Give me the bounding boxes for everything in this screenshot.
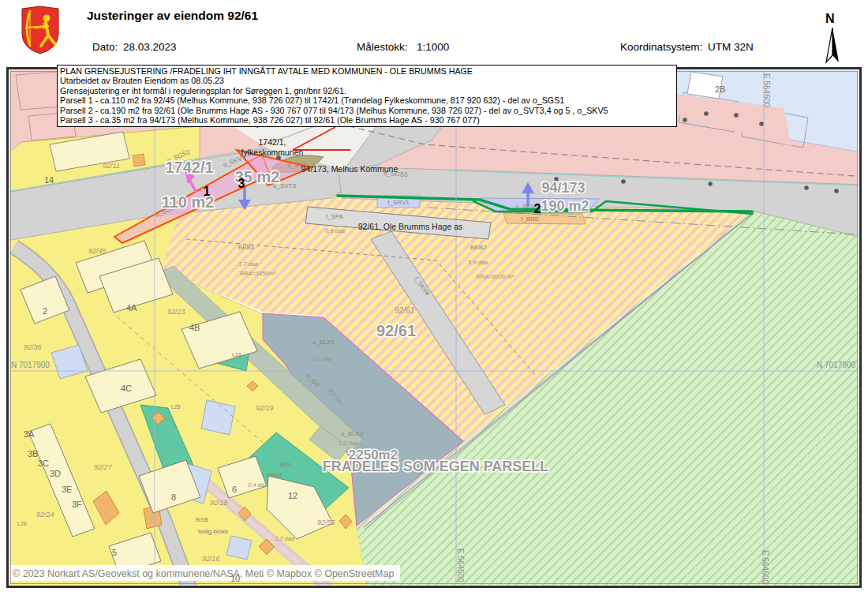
map-label: 92/61, Ole Brumms Hage as <box>358 222 462 231</box>
info-line: Grensejustering er iht formål i reguleri… <box>60 86 674 95</box>
map-label: 94/173, Melhus Kommune <box>301 164 398 174</box>
grid-label: N 7017900 <box>817 361 855 369</box>
map-label: 92/19 <box>256 404 274 412</box>
map: 92/111492/45292/364A92/234B4CL2592/193A3… <box>6 67 862 588</box>
north-arrow-icon <box>821 26 844 66</box>
map-label: f_BRE <box>521 215 539 223</box>
map-label: 2 <box>43 306 47 316</box>
info-line: PLAN GRENSEJUSTERING /FRADELING IHT INNG… <box>60 66 674 76</box>
page-title: Justeringer av eiendom 92/61 <box>87 9 258 23</box>
map-area-label: 1742/1 <box>165 159 213 176</box>
map-label: L24 <box>232 352 241 358</box>
scale-value: 1:1000 <box>417 41 449 53</box>
date-value: 28.03.2023 <box>123 41 177 53</box>
map-area-label: 94/173 <box>541 180 585 196</box>
map-label: 92/23 <box>167 308 185 316</box>
map-label: 5 <box>112 548 117 557</box>
map-label: 92/24 <box>36 511 54 519</box>
map-label: o_BLK1 <box>312 339 335 346</box>
map-label: 5,9 daa <box>468 259 488 266</box>
info-line: Parsell 1 - ca.110 m2 fra 92/45 (Melhus … <box>60 95 674 105</box>
map-label: 4B <box>189 323 200 332</box>
coordsystem-label: Koordinatsystem: <box>620 41 702 53</box>
north-label: N <box>825 12 835 26</box>
map-label: 92/27 <box>94 463 113 471</box>
map-label: 1,7 daa <box>238 260 258 268</box>
map-label: BKB2 <box>470 244 487 251</box>
map-label: 6 <box>232 485 237 494</box>
area-f-bre <box>503 213 586 224</box>
small-parcel-orange <box>133 154 145 167</box>
map-label: 2,3 daa <box>274 535 294 542</box>
map-label: 3B <box>28 449 38 459</box>
municipality-logo <box>20 4 61 56</box>
map-label: lekepl <box>267 472 282 478</box>
map-label: 8 <box>171 492 176 502</box>
map-label: 92/18 <box>210 499 228 507</box>
map-label: BKB1 <box>238 244 255 251</box>
info-line: Parsell 3 - ca.35 m2 fra 94/173 (Melhus … <box>60 115 674 125</box>
page: { "header": { "title": "Justeringer av e… <box>0 0 868 599</box>
info-line: Utarbeidet av Brauten Eiendom as 08.05.2… <box>60 76 674 85</box>
map-label: BRA=1850m² <box>240 270 276 277</box>
map-area-label: FRADELES SOM EGEN PARSELL <box>323 459 549 474</box>
map-label: 0,6 daa <box>325 227 345 234</box>
map-label: fylkeskommunen <box>241 148 304 157</box>
map-area-label: 92/61 <box>376 322 416 339</box>
plan-info-box: PLAN GRENSEJUSTERING /FRADELING IHT INNG… <box>57 65 677 127</box>
map-label: 14 <box>44 175 54 185</box>
map-label: o_BLK2 <box>341 430 364 437</box>
map-label: 92/45 <box>88 247 107 255</box>
coordsystem-value: UTM 32N <box>708 41 754 53</box>
map-label: 92/36 <box>24 343 42 351</box>
grid-label: N 7017900 <box>11 361 50 369</box>
date-label: Dato: <box>92 41 118 53</box>
map-label: 92/61 <box>395 306 414 315</box>
map-label: f_SPA <box>326 213 344 220</box>
map-label: 12 <box>288 491 297 500</box>
map-label: 0,6 daa <box>312 355 332 362</box>
map-label: BLK <box>279 461 292 468</box>
map-area-label: 190 m2 <box>541 198 589 214</box>
map-label: 92/16 <box>202 555 220 563</box>
map-label: BSB <box>196 516 208 523</box>
grid-label: E 564600 <box>762 73 771 107</box>
map-label: 4A <box>126 303 137 313</box>
copyright-text: © 2023 Norkart AS/Geovekst og kommunene/… <box>13 568 394 579</box>
map-label: f_SRV1 <box>387 199 410 206</box>
map-label: 1,3 daa <box>339 440 358 447</box>
map-label: L26 <box>17 521 27 526</box>
map-label: 1742/1, <box>258 137 286 147</box>
map-label: 3A <box>24 429 35 439</box>
map-label: 2B <box>715 84 725 94</box>
map-label: 3C <box>38 459 49 468</box>
grid-label: E 564500 <box>456 548 465 582</box>
scale-label: Målestokk: <box>357 41 408 53</box>
map-label: 0,4 daa <box>248 481 268 489</box>
map-label: 3D <box>50 469 61 478</box>
map-label: 92/11 <box>103 162 120 170</box>
map-label: bolig-blokk <box>198 528 229 535</box>
parcel-marker-number: 1 <box>204 185 211 198</box>
grid-label: E 564600 <box>761 550 769 584</box>
map-label: 92/55 <box>317 519 336 526</box>
map-label: BRA=9100 m² <box>477 273 514 280</box>
map-label: 3E <box>62 485 72 494</box>
map-label: 3F <box>72 500 82 509</box>
parcel-marker-number: 2 <box>534 202 541 215</box>
map-label: L25 <box>171 404 181 410</box>
info-line: Parsell 2 - ca.190 m2 fra 92/61 (Ole Bru… <box>60 106 674 115</box>
parcel-marker-number: 3 <box>238 177 245 190</box>
map-label: 4C <box>121 384 132 393</box>
